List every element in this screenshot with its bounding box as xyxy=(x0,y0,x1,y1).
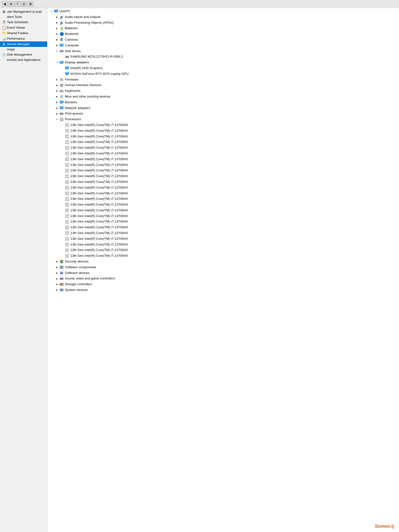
expand-button[interactable] xyxy=(60,180,64,184)
tree-child-node[interactable]: 13th Gen Intel(R) Core(TM) i7-13700HX xyxy=(47,191,399,196)
tree-root-node[interactable]: ▾UserPC xyxy=(47,8,399,14)
sidebar-item-device-manager[interactable]: 🖥Device Manager xyxy=(0,41,47,47)
tree-child-node[interactable]: 13th Gen Intel(R) Core(TM) i7-13700HX xyxy=(47,122,399,128)
tree-child-node[interactable]: 13th Gen Intel(R) Core(TM) i7-13700HX xyxy=(47,162,399,168)
expand-button[interactable] xyxy=(60,214,64,218)
tree-child-node[interactable]: 13th Gen Intel(R) Core(TM) i7-13700HX xyxy=(47,230,399,236)
expand-button[interactable]: ▶ xyxy=(55,83,59,87)
tree-child-node[interactable]: 13th Gen Intel(R) Core(TM) i7-13700HX xyxy=(47,134,399,139)
expand-button[interactable] xyxy=(60,163,64,167)
sidebar-item-disk-management[interactable]: 💿Disk Management xyxy=(0,52,47,57)
tree-child-node[interactable]: 13th Gen Intel(R) Core(TM) i7-13700HX xyxy=(47,168,399,173)
expand-button[interactable] xyxy=(60,151,64,155)
tree-node-keyboards[interactable]: ▶Keyboards xyxy=(47,88,399,94)
toolbar-btn-collapse[interactable]: ⊟ xyxy=(8,1,14,7)
tree-node-network-adapters[interactable]: ▶Network adapters xyxy=(47,105,399,111)
expand-button[interactable] xyxy=(60,140,64,144)
expand-button[interactable]: ▶ xyxy=(55,100,59,104)
expand-button[interactable]: ▶ xyxy=(55,21,59,25)
sidebar-item-shared-folders[interactable]: 📁Shared Folders xyxy=(0,30,47,36)
tree-child-node[interactable]: NVIDIA GeForce RTX 4070 Laptop GPU xyxy=(47,71,399,77)
sidebar-item-services-apps[interactable]: ervices and Applications xyxy=(0,57,47,62)
expand-button[interactable]: ▾ xyxy=(55,49,59,53)
expand-button[interactable] xyxy=(60,208,64,212)
expand-button[interactable]: ▶ xyxy=(55,95,59,99)
expand-button[interactable] xyxy=(60,197,64,201)
expand-button[interactable] xyxy=(60,72,64,76)
expand-button[interactable] xyxy=(60,129,64,133)
expand-button[interactable]: ▶ xyxy=(55,271,59,275)
expand-button[interactable] xyxy=(60,186,64,190)
tree-child-node[interactable]: 13th Gen Intel(R) Core(TM) i7-13700HX xyxy=(47,219,399,225)
tree-child-node[interactable]: 13th Gen Intel(R) Core(TM) i7-13700HX xyxy=(47,236,399,242)
expand-button[interactable]: ▾ xyxy=(55,61,59,65)
expand-button[interactable] xyxy=(60,220,64,224)
expand-button[interactable]: ▶ xyxy=(55,89,59,93)
toolbar-btn-back[interactable]: ◀ xyxy=(1,1,7,7)
tree-node-audio-processing-objects-(apos[interactable]: ▶🔊Audio Processing Objects (APOs) xyxy=(47,20,399,26)
tree-child-node[interactable]: 13th Gen Intel(R) Core(TM) i7-13700HX xyxy=(47,156,399,162)
tree-node-print-queues[interactable]: ▶Print queues xyxy=(47,111,399,117)
tree-node-human-interface-devices[interactable]: ▶Human Interface Devices xyxy=(47,82,399,88)
tree-child-node[interactable]: 13th Gen Intel(R) Core(TM) i7-13700HX xyxy=(47,179,399,185)
expand-button[interactable]: ▶ xyxy=(55,260,59,264)
tree-child-node[interactable]: 13th Gen Intel(R) Core(TM) i7-13700HX xyxy=(47,253,399,259)
sidebar-item-event-viewer[interactable]: 📋Event Viewer xyxy=(0,25,47,30)
expand-button[interactable] xyxy=(60,237,64,241)
toolbar-btn-monitor[interactable]: 🖥 xyxy=(27,1,33,7)
expand-button[interactable]: ▶ xyxy=(55,265,59,269)
toolbar-btn-help[interactable]: ? xyxy=(14,1,20,7)
expand-button[interactable] xyxy=(60,231,64,235)
expand-button[interactable]: ▶ xyxy=(55,26,59,30)
expand-button[interactable]: ▶ xyxy=(55,78,59,82)
tree-child-node[interactable]: 13th Gen Intel(R) Core(TM) i7-13700HX xyxy=(47,139,399,145)
tree-node-audio-inputs-and-outputs[interactable]: ▶🔊Audio inputs and outputs xyxy=(47,14,399,20)
tree-node-display-adapters[interactable]: ▾Display adapters xyxy=(47,60,399,65)
tree-node-firmware[interactable]: ▶Firmware xyxy=(47,77,399,83)
expand-button[interactable]: ▶ xyxy=(55,32,59,36)
tree-node-security-devices[interactable]: ▶Security devices xyxy=(47,259,399,265)
tree-child-node[interactable]: 13th Gen Intel(R) Core(TM) i7-13700HX xyxy=(47,213,399,219)
expand-button[interactable]: ▶ xyxy=(55,277,59,281)
tree-node-computer[interactable]: ▶Computer xyxy=(47,43,399,48)
expand-button[interactable] xyxy=(60,226,64,230)
expand-button[interactable]: ▶ xyxy=(55,38,59,42)
tree-node-disk-drives[interactable]: ▾Disk drives xyxy=(47,48,399,54)
tree-node-software-devices[interactable]: ▶Software devices xyxy=(47,270,399,276)
tree-node-storage-controllers[interactable]: ▶Storage controllers xyxy=(47,281,399,287)
expand-button[interactable] xyxy=(60,146,64,150)
sidebar-item-system-tools[interactable]: stem Tools xyxy=(0,14,47,19)
expand-button[interactable] xyxy=(60,243,64,247)
expand-button[interactable]: ▶ xyxy=(55,288,59,292)
expand-button[interactable] xyxy=(60,157,64,161)
tree-node-mice-and-other-pointing-device[interactable]: ▶Mice and other pointing devices xyxy=(47,94,399,100)
sidebar-item-performance[interactable]: 📊Performance xyxy=(0,36,47,41)
tree-child-node[interactable]: 13th Gen Intel(R) Core(TM) i7-13700HX xyxy=(47,208,399,213)
expand-button[interactable] xyxy=(60,169,64,173)
tree-node-sound,-video-and-game-controll[interactable]: ▶Sound, video and game controllers xyxy=(47,276,399,281)
tree-child-node[interactable]: 13th Gen Intel(R) Core(TM) i7-13700HX xyxy=(47,173,399,179)
expand-button[interactable] xyxy=(60,55,64,59)
tree-node-processors[interactable]: ▾Processors xyxy=(47,117,399,122)
expand-button[interactable] xyxy=(60,66,64,70)
tree-node-software-components[interactable]: ▶Software components xyxy=(47,265,399,270)
tree-child-node[interactable]: 13th Gen Intel(R) Core(TM) i7-13700HX xyxy=(47,202,399,208)
sidebar-item-storage[interactable]: orage xyxy=(0,47,47,52)
tree-node-monitors[interactable]: ▶Monitors xyxy=(47,100,399,105)
tree-child-node[interactable]: 13th Gen Intel(R) Core(TM) i7-13700HX xyxy=(47,247,399,253)
tree-child-node[interactable]: 13th Gen Intel(R) Core(TM) i7-13700HX xyxy=(47,242,399,248)
tree-child-node[interactable]: Intel(R) UHD Graphics xyxy=(47,65,399,71)
tree-node-cameras[interactable]: ▶Cameras xyxy=(47,37,399,43)
tree-child-node[interactable]: 13th Gen Intel(R) Core(TM) i7-13700HX xyxy=(47,145,399,151)
tree-node-bluetooth[interactable]: ▶🔵Bluetooth xyxy=(47,31,399,37)
expand-button[interactable] xyxy=(60,203,64,207)
expand-button[interactable]: ▾ xyxy=(49,9,53,13)
tree-child-node[interactable]: 13th Gen Intel(R) Core(TM) i7-13700HX xyxy=(47,151,399,156)
sidebar-item-computer-management[interactable]: 🖥uter Management (Local) xyxy=(0,9,47,14)
tree-node-batteries[interactable]: ▶🔋Batteries xyxy=(47,25,399,31)
expand-button[interactable]: ▶ xyxy=(55,282,59,286)
tree-node-system-devices[interactable]: ▶System devices xyxy=(47,287,399,293)
expand-button[interactable] xyxy=(60,254,64,258)
expand-button[interactable] xyxy=(60,248,64,252)
expand-button[interactable] xyxy=(60,191,64,195)
